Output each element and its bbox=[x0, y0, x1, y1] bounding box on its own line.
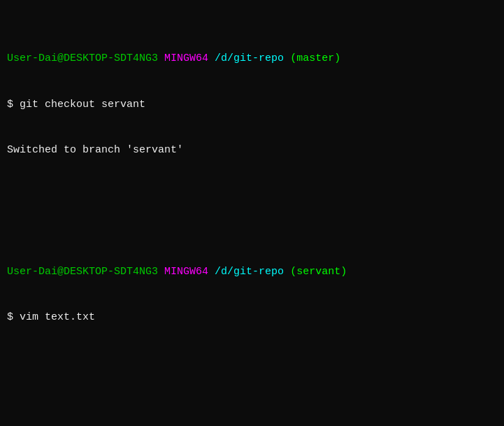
command: $ git checkout servant bbox=[7, 99, 145, 111]
terminal-line: $ git checkout servant bbox=[7, 97, 497, 113]
branch: (master) bbox=[290, 52, 340, 64]
terminal-window: User-Dai@DESKTOP-SDT4NG3 MINGW64 /d/git-… bbox=[7, 6, 497, 426]
username: User-Dai@DESKTOP-SDT4NG3 bbox=[7, 266, 158, 278]
command: $ vim text.txt bbox=[7, 311, 95, 323]
terminal-line: User-Dai@DESKTOP-SDT4NG3 MINGW64 /d/git-… bbox=[7, 51, 497, 66]
terminal-blank-line bbox=[7, 355, 497, 371]
output: Switched to branch 'servant' bbox=[7, 144, 183, 156]
terminal-line: $ vim text.txt bbox=[7, 310, 497, 325]
path: /d/git-repo bbox=[215, 52, 284, 64]
branch: (servant) bbox=[290, 266, 347, 278]
terminal-line: Switched to branch 'servant' bbox=[7, 143, 497, 158]
shell-name: MINGW64 bbox=[164, 52, 208, 64]
terminal-line: User-Dai@DESKTOP-SDT4NG3 MINGW64 /d/git-… bbox=[7, 264, 497, 280]
path: /d/git-repo bbox=[215, 266, 284, 278]
username: User-Dai@DESKTOP-SDT4NG3 bbox=[7, 52, 158, 64]
shell-name: MINGW64 bbox=[164, 266, 208, 278]
terminal-blank-line bbox=[7, 188, 497, 204]
